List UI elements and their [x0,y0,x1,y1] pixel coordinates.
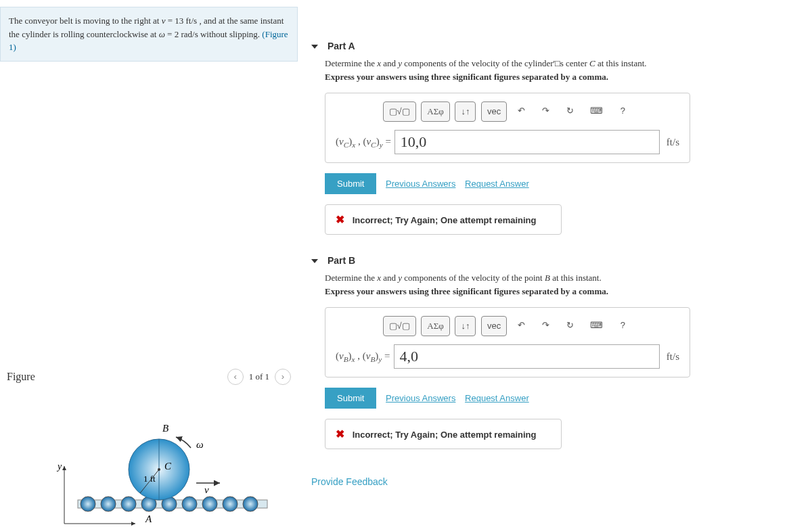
redo-button[interactable]: ↷ [537,316,556,336]
part-a-var-label: (vC)x , (vC)y = [336,136,391,149]
omega-label: ω [196,439,204,450]
figure-diagram: y x B C 1 ft [27,402,271,527]
svg-point-3 [81,497,95,511]
axis-y-label: y [56,461,62,472]
part-a-request-answer-link[interactable]: Request Answer [465,179,529,189]
part-a-format: Express your answers using three signifi… [325,72,798,83]
caret-down-icon [311,259,318,263]
v-label: v [204,484,209,495]
reset-button[interactable]: ↻ [560,101,579,122]
part-a-feedback: ✖ Incorrect; Try Again; One attempt rema… [325,204,562,235]
part-b-submit-button[interactable]: Submit [325,388,376,409]
greek-button[interactable]: ΑΣφ [421,316,449,336]
incorrect-icon: ✖ [336,428,344,440]
part-b-answer-box: ▢√▢ ΑΣφ ↓↑ vec ↶ ↷ ↻ ⌨ ? (vB)x , (vB)y =… [325,307,690,377]
part-a-instruction: Determine the x and y components of the … [325,58,798,69]
subsup-button[interactable]: ↓↑ [455,101,476,122]
part-b-previous-answers-link[interactable]: Previous Answers [386,393,455,403]
subsup-button[interactable]: ↓↑ [455,316,476,336]
part-a-unit: ft/s [667,137,679,148]
figure-pager: ‹ 1 of 1 › [227,369,291,385]
svg-point-8 [182,497,197,511]
part-b-toolbar: ▢√▢ ΑΣφ ↓↑ vec ↶ ↷ ↻ ⌨ ? [336,316,679,336]
part-a-submit-button[interactable]: Submit [325,173,376,194]
part-b-var-label: (vB)x , (vB)y = [336,350,390,363]
part-b-header[interactable]: Part B [311,248,798,273]
point-c-label: C [164,461,172,472]
keyboard-button[interactable]: ⌨ [585,316,608,336]
provide-feedback-link[interactable]: Provide Feedback [311,476,798,487]
part-a-answer-box: ▢√▢ ΑΣφ ↓↑ vec ↶ ↷ ↻ ⌨ ? (vC)x , (vC)y =… [325,93,690,163]
axis-x-label: x [104,524,110,527]
help-button[interactable]: ? [613,101,632,122]
figure-page-label: 1 of 1 [249,371,269,382]
figure-title: Figure [7,371,35,383]
undo-button[interactable]: ↶ [512,101,531,122]
templates-button[interactable]: ▢√▢ [383,101,416,122]
vec-button[interactable]: vec [481,101,507,122]
part-b-unit: ft/s [667,351,679,363]
undo-button[interactable]: ↶ [512,316,531,336]
part-a-input[interactable] [394,130,660,154]
part-a-previous-answers-link[interactable]: Previous Answers [386,179,455,189]
svg-point-15 [158,468,160,471]
caret-down-icon [311,45,318,49]
svg-point-4 [101,497,116,511]
greek-button[interactable]: ΑΣφ [421,101,449,122]
problem-statement: The conveyor belt is moving to the right… [0,7,298,62]
reset-button[interactable]: ↻ [560,316,579,336]
incorrect-icon: ✖ [336,214,344,225]
redo-button[interactable]: ↷ [537,101,556,122]
radius-label: 1 ft [143,474,156,484]
help-button[interactable]: ? [613,316,632,336]
svg-point-11 [243,497,258,511]
part-b-instruction: Determine the x and y components of the … [325,273,798,283]
point-a-label: A [145,513,152,524]
vec-button[interactable]: vec [481,316,507,336]
svg-point-9 [202,497,217,511]
point-b-label: B [162,423,168,434]
templates-button[interactable]: ▢√▢ [383,316,416,336]
part-a-header[interactable]: Part A [311,34,798,58]
part-a-toolbar: ▢√▢ ΑΣφ ↓↑ vec ↶ ↷ ↻ ⌨ ? [336,101,679,122]
keyboard-button[interactable]: ⌨ [585,101,608,122]
part-b-feedback: ✖ Incorrect; Try Again; One attempt rema… [325,419,562,449]
svg-point-10 [223,497,238,511]
part-b-request-answer-link[interactable]: Request Answer [465,393,529,403]
figure-prev-button[interactable]: ‹ [227,369,244,385]
figure-next-button[interactable]: › [275,369,291,385]
svg-point-5 [121,497,136,511]
part-b-input[interactable] [394,344,660,369]
part-b-format: Express your answers using three signifi… [325,286,798,297]
